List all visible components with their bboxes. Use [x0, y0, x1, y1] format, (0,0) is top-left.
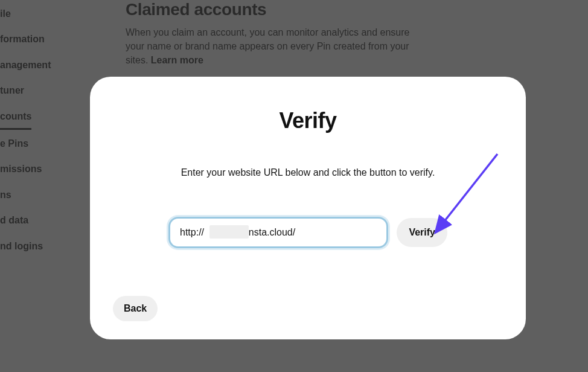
website-url-input[interactable] [168, 217, 388, 248]
verify-modal: Verify Enter your website URL below and … [90, 77, 526, 339]
url-input-row: Verify [114, 217, 502, 248]
modal-description: Enter your website URL below and click t… [114, 167, 502, 178]
verify-button[interactable]: Verify [397, 218, 447, 247]
modal-title: Verify [114, 108, 502, 133]
url-input-wrap [168, 217, 388, 248]
redacted-segment [209, 225, 249, 239]
back-button[interactable]: Back [113, 296, 158, 321]
